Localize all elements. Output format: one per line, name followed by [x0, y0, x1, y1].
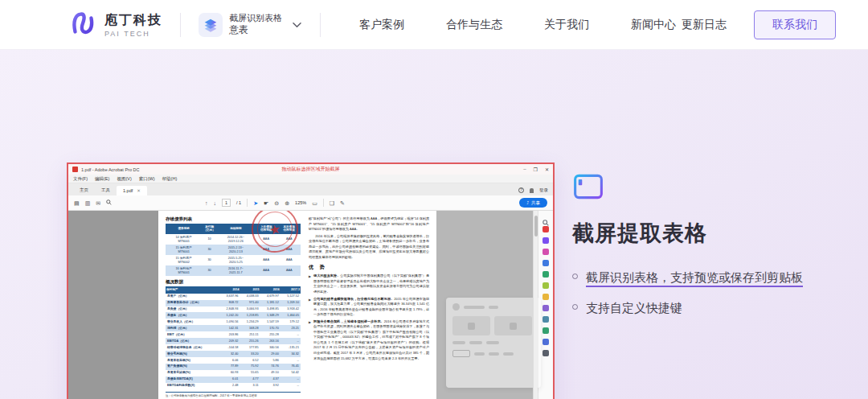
marquee-zoom-icon[interactable] [542, 215, 549, 221]
pencil-icon[interactable]: ✎ [340, 200, 345, 206]
measure-icon[interactable] [542, 316, 549, 323]
company-name-en: PAI TECH [104, 30, 162, 38]
company-name: 庖丁科技 [104, 12, 162, 29]
menu-item[interactable]: 帮助(H) [162, 176, 178, 182]
product-switcher[interactable]: 截屏识别表格 意表 [199, 13, 302, 37]
window-control[interactable]: ❐ [534, 167, 538, 172]
menu-item[interactable]: 编辑(E) [95, 176, 109, 182]
zoom-out-icon[interactable]: ⊖ [274, 200, 279, 206]
save-icon[interactable]: ▤ [74, 200, 80, 206]
nav-item-1[interactable]: 合作与生态 [446, 18, 502, 32]
bullet-circle-icon [572, 274, 578, 279]
email-icon[interactable]: ✉ [96, 200, 100, 206]
share-icon: ⤴ [526, 200, 529, 205]
create-pdf-icon[interactable] [542, 237, 549, 244]
bell-icon[interactable] [530, 188, 534, 193]
organize-pages-icon[interactable] [542, 282, 549, 289]
zoom-in-icon[interactable]: ⊕ [285, 200, 289, 206]
fit-width-icon[interactable]: ▭ [312, 200, 317, 206]
hand-tool-icon[interactable]: ☛ [264, 200, 268, 206]
window-tab[interactable]: 工具 [95, 185, 117, 195]
top-navigation-bar: 庖丁科技 PAI TECH 截屏识别表格 意表 客户案例合作与生态关于我们新闻中… [0, 0, 868, 50]
window-controls: –❐✕ [523, 167, 549, 172]
nav-item-3[interactable]: 新闻中心 [631, 18, 676, 32]
pdf-page: ★ 存续债券列表 债券简称发行额 （亿元）存续期间上次债项 信用等级本次债项 信… [158, 211, 436, 399]
page-number-field[interactable]: 1 [222, 199, 231, 207]
advantages-heading: 优 势 [309, 264, 429, 271]
export-pdf-icon[interactable] [542, 226, 549, 232]
help-icon[interactable]: ? [518, 187, 524, 193]
window-titlebar: 1.pdf - Adobe Acrobat Pro DC 拖动鼠标选择区域开始截… [68, 164, 553, 175]
page-up-icon[interactable]: ↑ [205, 200, 208, 206]
protect-icon[interactable] [542, 339, 549, 345]
menu-item[interactable]: 文件(F) [73, 176, 88, 182]
window-tabbar: 主页工具 1.pdf✕ ? 登录 [68, 183, 553, 195]
window-tab[interactable]: 主页 [73, 185, 95, 195]
divider [320, 13, 321, 37]
feature-bullet-text: 截屏识别表格，支持预览或保存到剪贴板 [586, 269, 803, 287]
divider [180, 13, 181, 37]
window-control[interactable]: ✕ [545, 167, 549, 172]
document-tab[interactable]: 1.pdf✕ [117, 186, 147, 195]
advantages-list: ▶强大的股东支持。公司实际控制方中国保利集团公司（以下简称“保利集团”）是国务院… [309, 274, 429, 361]
edit-pdf-icon[interactable] [542, 249, 549, 255]
stamp-icon[interactable] [542, 294, 549, 300]
overview-table-title: 概况数据 [166, 279, 301, 285]
overview-table: 保利地产2014201520162017.3总资产（亿元）3,637.964,0… [166, 286, 301, 389]
table-extract-icon [572, 191, 604, 205]
canvas-left-margin [68, 211, 158, 399]
document-canvas: ★ 存续债券列表 债券简称发行额 （亿元）存续期间上次债项 信用等级本次债项 信… [68, 211, 553, 399]
zoom-level[interactable]: 125% [295, 200, 306, 205]
close-tab-icon[interactable]: ✕ [137, 188, 141, 193]
share-button[interactable]: ⤴ 共享 [519, 198, 547, 208]
product-category: 截屏识别表格 [229, 13, 282, 24]
triangle-bullet-icon: ▶ [309, 320, 311, 361]
feature-bullet-list: 截屏识别表格，支持预览或保存到剪贴板支持自定义快捷键 [572, 269, 821, 317]
paitech-logo-icon [68, 8, 98, 42]
window-menubar: 文件(F)编辑(E)视图(V)窗口(W)帮助(H) [68, 175, 553, 183]
sign-in-link[interactable]: 登录 [539, 187, 548, 193]
rating-paragraph-2: 2016 年以来，公司维持谨慎积极的投资风格，签约销售金额实现快速增长，行业领先… [309, 234, 429, 261]
more-tools-icon[interactable] [542, 350, 549, 356]
nav-item-0[interactable]: 客户案例 [359, 18, 404, 32]
triangle-bullet-icon: ▶ [309, 274, 311, 294]
vertical-scrollbar[interactable] [533, 211, 538, 399]
comment-icon[interactable]: ❑ [330, 200, 334, 206]
fill-sign-icon[interactable] [542, 305, 549, 311]
screenshot-capture-frame: 1.pdf - Adobe Acrobat Pro DC 拖动鼠标选择区域开始截… [67, 162, 555, 399]
feature-title: 截屏提取表格 [572, 219, 821, 248]
canvas-right-area [436, 211, 533, 399]
advantage-item: ▶公司签约销售金额快速增长，行业领先地位不断巩固。2015 年公司把握市场回暖窗… [309, 297, 429, 318]
logo[interactable]: 庖丁科技 PAI TECH [68, 8, 162, 42]
page-down-icon[interactable]: ↓ [214, 200, 217, 206]
product-name: 意表 [229, 24, 282, 36]
combine-files-icon[interactable] [542, 271, 549, 278]
rating-paragraph-1: 称“保利地产”或“公司”）的主体信用等级为 AAA，评级展望为稳定；维持“14 … [309, 216, 429, 232]
window-title: 1.pdf - Adobe Acrobat Pro DC [81, 167, 139, 172]
triangle-bullet-icon: ▶ [309, 298, 311, 318]
menu-item[interactable]: 窗口(W) [139, 176, 155, 182]
find-icon[interactable] [106, 200, 112, 206]
feature-bullet-text: 支持自定义快捷键 [586, 299, 682, 318]
print-icon[interactable]: ▥ [85, 200, 91, 206]
select-tool-icon[interactable]: ➤ [253, 200, 258, 206]
comment-icon[interactable] [542, 260, 549, 266]
capture-hint-text: 拖动鼠标选择区域开始截屏 [68, 166, 553, 173]
hero-section: 截屏提取表格 截屏识别表格，支持预览或保存到剪贴板支持自定义快捷键 1.pdf … [0, 50, 868, 399]
chevron-down-icon[interactable] [292, 18, 302, 32]
main-nav: 客户案例合作与生态关于我们新闻中心 [359, 18, 676, 32]
contact-us-button[interactable]: 联系我们 [754, 10, 836, 39]
print-production-icon[interactable] [542, 327, 549, 334]
window-control[interactable]: – [523, 167, 526, 172]
table-notes: 注：公司财务数据均按照合并口径整理编制，2017 年一季度财务报表未经审计；因缺… [166, 392, 301, 399]
dimmed-popup-skeleton [446, 298, 541, 388]
feature-bullet: 截屏识别表格，支持预览或保存到剪贴板 [572, 269, 821, 287]
update-log-link[interactable]: 更新日志 [682, 18, 727, 32]
menu-item[interactable]: 视图(V) [117, 176, 131, 182]
nav-item-2[interactable]: 关于我们 [544, 18, 589, 32]
feature-block: 截屏提取表格 截屏识别表格，支持预览或保存到剪贴板支持自定义快捷键 [572, 171, 821, 329]
bullet-circle-icon [572, 304, 578, 310]
page-total: / 1 [236, 200, 241, 205]
advantage-item: ▶强大的股东支持。公司实际控制方中国保利集团公司（以下简称“保利集团”）是国务院… [309, 274, 429, 294]
acrobat-app-icon [72, 167, 78, 172]
